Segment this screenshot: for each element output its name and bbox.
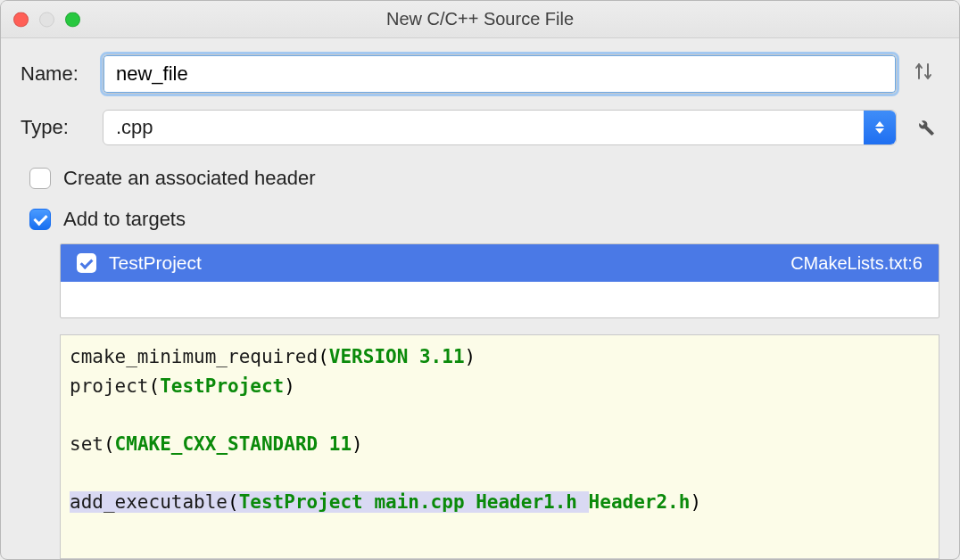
traffic-lights [13, 12, 80, 27]
name-input[interactable] [103, 54, 897, 94]
name-row: Name: [21, 54, 939, 94]
code-token: project [70, 375, 149, 397]
code-token: set [70, 433, 103, 455]
cmake-code-preview: cmake_minimum_required(VERSION 3.11) pro… [60, 334, 939, 559]
target-name: TestProject [109, 252, 202, 274]
create-header-label: Create an associated header [63, 167, 316, 190]
name-label: Name: [21, 62, 103, 86]
add-targets-label: Add to targets [63, 208, 186, 231]
code-token: Header2.h [589, 491, 691, 513]
code-token: add_executable [70, 491, 228, 513]
target-location: CMakeLists.txt:6 [790, 253, 923, 274]
window-title: New C/C++ Source File [1, 9, 959, 29]
dialog-content: Name: Type: .cpp [1, 38, 959, 559]
add-targets-checkbox[interactable] [29, 209, 51, 230]
code-token: TestProject [160, 375, 284, 397]
minimize-window-button[interactable] [39, 12, 54, 27]
select-stepper-icon [864, 111, 896, 144]
type-select[interactable]: .cpp [103, 110, 897, 145]
targets-list: TestProject CMakeLists.txt:6 [60, 243, 939, 318]
titlebar: New C/C++ Source File [1, 1, 959, 38]
type-label: Type: [21, 116, 103, 139]
create-header-checkbox[interactable] [29, 168, 51, 189]
dialog-window: New C/C++ Source File Name: Type: .cpp [0, 0, 960, 560]
type-row: Type: .cpp [21, 110, 939, 145]
add-targets-row: Add to targets [29, 208, 939, 231]
sort-up-down-icon[interactable] [907, 61, 939, 87]
create-header-row: Create an associated header [29, 167, 939, 190]
code-token: CMAKE_CXX_STANDARD 11 [115, 433, 352, 455]
code-token: VERSION 3.11 [329, 346, 465, 367]
zoom-window-button[interactable] [65, 12, 80, 27]
type-select-value: .cpp [116, 116, 153, 139]
target-row[interactable]: TestProject CMakeLists.txt:6 [61, 244, 939, 282]
close-window-button[interactable] [13, 12, 29, 27]
wrench-icon[interactable] [907, 114, 939, 141]
code-token: cmake_minimum_required [70, 346, 318, 367]
target-checkbox[interactable] [77, 253, 96, 273]
code-token: TestProject main.cpp Header1.h [239, 491, 589, 513]
